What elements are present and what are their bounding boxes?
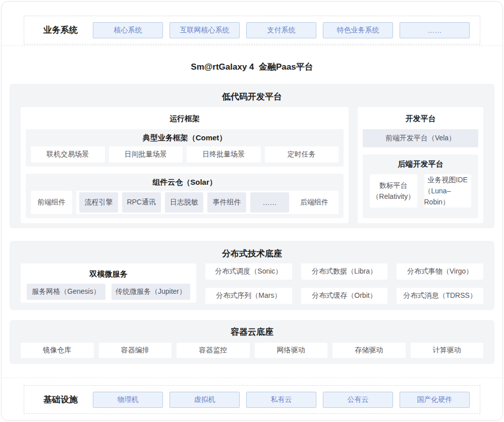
item-core-system: 核心系统	[93, 22, 163, 38]
item-distributed-transaction-virgo: 分布式事物（Virgo）	[397, 263, 483, 280]
item-image-registry: 镜像仓库	[21, 343, 94, 358]
lowcode-row: 运行框架 典型业务框架（Comet） 联机交易场景 日间批量场景 日终批量场景 …	[21, 107, 483, 223]
item-internet-core-system: 互联网核心系统	[170, 22, 240, 38]
item-vela-frontend-platform: 前端开发平台（Vela）	[363, 129, 478, 147]
item-process-engine: 流程引擎	[79, 192, 118, 213]
comet-items: 联机交易场景 日间批量场景 日终批量场景 定时任务	[31, 146, 339, 163]
container-base-items: 镜像仓库 容器编排 容器监控 网络驱动 存储驱动 计算驱动	[21, 343, 483, 358]
item-relativity-platform: 数标平台 （Relativity）	[370, 174, 417, 207]
item-compute-driver: 计算驱动	[411, 343, 484, 358]
item-distributed-cache-orbit: 分布式缓存（Orbit）	[301, 288, 388, 304]
backend-dev-items: 数标平台 （Relativity） 业务视图IDE （Luna–Robin）	[370, 174, 471, 207]
dev-platform-title: 开发平台	[363, 113, 478, 124]
business-systems-label: 业务系统	[43, 24, 78, 36]
luna-robin-line2: （Luna–Robin）	[424, 185, 472, 207]
item-more-systems: ……	[400, 22, 470, 38]
dual-mode-items: 服务网格（Genesis） 传统微服务（Jupiter）	[27, 284, 190, 300]
item-public-cloud: 公有云	[323, 392, 393, 408]
container-base-box: 容器云底座 镜像仓库 容器编排 容器监控 网络驱动 存储驱动 计算驱动	[10, 320, 494, 364]
runtime-framework-panel: 运行框架 典型业务框架（Comet） 联机交易场景 日间批量场景 日终批量场景 …	[21, 107, 349, 223]
item-private-cloud: 私有云	[246, 392, 316, 408]
item-distributed-message-tdrss: 分布式消息（TDRSS）	[397, 288, 483, 304]
runtime-framework-title: 运行框架	[26, 113, 344, 124]
item-frontend-components: 前端组件	[31, 191, 72, 214]
item-traditional-microservice-jupiter: 传统微服务（Jupiter）	[111, 284, 190, 300]
business-systems-band: 业务系统 核心系统 互联网核心系统 支付系统 特色业务系统 ……	[2, 2, 502, 46]
infrastructure-group: 基础设施 物理机 虚拟机 私有云 公有云 国产化硬件	[24, 385, 480, 414]
item-virtual-machine: 虚拟机	[170, 392, 240, 408]
item-domestic-hardware: 国产化硬件	[400, 392, 470, 408]
backend-dev-panel: 后端开发平台 数标平台 （Relativity） 业务视图IDE （Luna–R…	[363, 154, 478, 218]
item-container-orchestration: 容器编排	[99, 343, 172, 358]
business-systems-group: 业务系统 核心系统 互联网核心系统 支付系统 特色业务系统 ……	[24, 16, 480, 44]
item-distributed-sequence-mars: 分布式序列（Mars）	[205, 288, 292, 304]
item-storage-driver: 存储驱动	[332, 343, 406, 358]
page-title: Sm@rtGalaxy 4 金融Paas平台	[2, 61, 502, 73]
item-distributed-scheduling-sonic: 分布式调度（Sonic）	[205, 263, 292, 280]
item-more-components: ……	[250, 192, 289, 213]
item-log-masking: 日志脱敏	[165, 192, 204, 213]
relativity-line1: 数标平台	[379, 180, 408, 191]
distributed-row: 双模微服务 服务网格（Genesis） 传统微服务（Jupiter） 分布式调度…	[21, 263, 483, 304]
infrastructure-band: 基础设施 物理机 虚拟机 私有云 公有云 国产化硬件	[2, 378, 502, 414]
dev-platform-panel: 开发平台 前端开发平台（Vela） 后端开发平台 数标平台 （Relativit…	[358, 107, 483, 223]
item-eod-batch-scene: 日终批量场景	[187, 146, 261, 163]
distributed-base-title: 分布式技术底座	[21, 248, 483, 260]
item-payment-system: 支付系统	[246, 22, 316, 38]
comet-framework-panel: 典型业务框架（Comet） 联机交易场景 日间批量场景 日终批量场景 定时任务	[26, 129, 344, 167]
item-online-trading-scene: 联机交易场景	[31, 146, 105, 163]
relativity-line2: （Relativity）	[372, 191, 415, 202]
diagram-frame: 业务系统 核心系统 互联网核心系统 支付系统 特色业务系统 …… Sm@rtGa…	[1, 1, 503, 421]
lowcode-platform-box: 低代码开发平台 运行框架 典型业务框架（Comet） 联机交易场景 日间批量场景…	[10, 84, 494, 228]
item-service-mesh-genesis: 服务网格（Genesis）	[27, 284, 105, 300]
solar-component-panel: 组件云仓（Solar） 前端组件 流程引擎 RPC通讯 日志脱敏 事件组件 ………	[26, 174, 344, 218]
item-backend-components: 后端组件	[293, 198, 335, 207]
solar-chips-card: 流程引擎 RPC通讯 日志脱敏 事件组件 …… 后端组件	[76, 191, 339, 214]
item-container-monitoring: 容器监控	[177, 343, 250, 358]
solar-items: 前端组件 流程引擎 RPC通讯 日志脱敏 事件组件 …… 后端组件	[31, 191, 339, 214]
container-base-title: 容器云底座	[21, 326, 483, 338]
item-rpc-communication: RPC通讯	[122, 192, 161, 213]
item-intraday-batch-scene: 日间批量场景	[109, 146, 183, 163]
infrastructure-items: 物理机 虚拟机 私有云 公有云 国产化硬件	[93, 392, 470, 408]
luna-robin-line1: 业务视图IDE	[428, 174, 468, 185]
item-network-driver: 网络驱动	[255, 343, 328, 358]
item-scheduled-task: 定时任务	[265, 146, 339, 163]
business-systems-items: 核心系统 互联网核心系统 支付系统 特色业务系统 ……	[93, 22, 470, 38]
lowcode-platform-title: 低代码开发平台	[21, 91, 483, 103]
backend-dev-title: 后端开发平台	[370, 159, 471, 169]
solar-component-title: 组件云仓（Solar）	[31, 177, 339, 187]
distributed-base-box: 分布式技术底座 双模微服务 服务网格（Genesis） 传统微服务（Jupite…	[10, 241, 494, 310]
item-special-business-system: 特色业务系统	[323, 22, 393, 38]
comet-framework-title: 典型业务框架（Comet）	[31, 132, 339, 143]
distributed-services-grid: 分布式调度（Sonic） 分布式数据（Libra） 分布式事物（Virgo） 分…	[205, 263, 483, 304]
item-physical-machine: 物理机	[93, 392, 163, 408]
item-luna-robin-ide: 业务视图IDE （Luna–Robin）	[424, 174, 472, 207]
item-event-components: 事件组件	[207, 192, 246, 213]
dual-mode-title: 双模微服务	[27, 269, 190, 280]
dual-mode-microservice-panel: 双模微服务 服务网格（Genesis） 传统微服务（Jupiter）	[21, 263, 196, 303]
item-distributed-data-libra: 分布式数据（Libra）	[301, 263, 388, 280]
infrastructure-label: 基础设施	[43, 394, 78, 405]
